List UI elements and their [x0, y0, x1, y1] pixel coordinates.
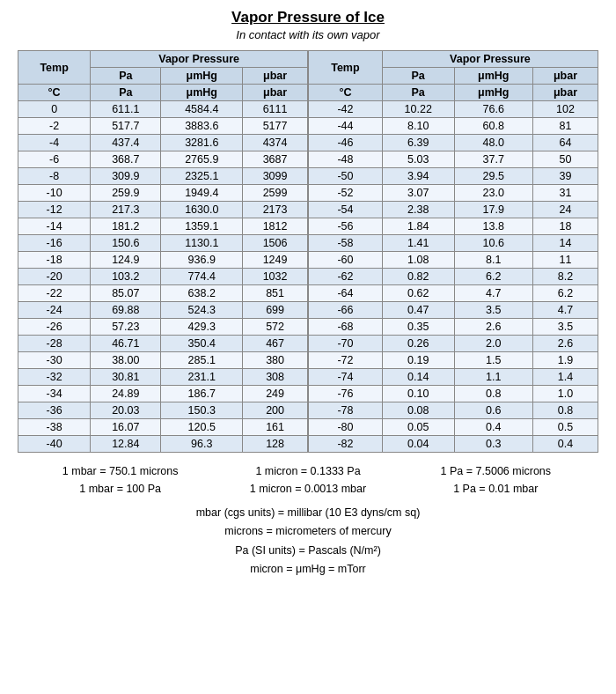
- table-cell: 1.0: [532, 386, 598, 402]
- table-cell: 0.3: [454, 436, 532, 453]
- right-table: Temp Vapor Pressure Pa μmHg μbar °C Pa μ…: [308, 50, 598, 453]
- table-cell: -12: [18, 202, 91, 218]
- table-cell: -4: [18, 135, 91, 151]
- table-cell: -42: [309, 101, 383, 118]
- table-cell: 128: [243, 436, 308, 453]
- table-row: -523.0723.031: [309, 185, 598, 202]
- right-vapor-pressure-header: Vapor Pressure: [382, 51, 598, 68]
- table-row: -2846.71350.4467: [18, 336, 308, 352]
- table-cell: 0.8: [454, 386, 532, 402]
- table-cell: 429.3: [161, 319, 243, 336]
- table-cell: 0.62: [382, 285, 454, 302]
- table-cell: 24.89: [91, 386, 161, 402]
- table-cell: 150.6: [91, 235, 161, 252]
- table-cell: 1949.4: [161, 185, 243, 202]
- table-cell: -22: [18, 285, 91, 302]
- table-row: -700.262.02.6: [309, 336, 598, 352]
- table-row: -466.3948.064: [309, 135, 598, 151]
- table-cell: 2.6: [532, 336, 598, 352]
- table-cell: -56: [309, 218, 383, 235]
- right-degc-header: °C: [309, 85, 383, 101]
- table-cell: -28: [18, 336, 91, 352]
- left-pa-header: Pa: [91, 68, 161, 85]
- left-ubar-unit: μbar: [243, 85, 308, 101]
- definition-item: mbar (cgs units) = millibar (10 E3 dyns/…: [18, 504, 598, 522]
- table-cell: 638.2: [161, 285, 243, 302]
- table-cell: 1.41: [382, 235, 454, 252]
- table-cell: 39: [532, 168, 598, 185]
- table-cell: 20.03: [91, 402, 161, 419]
- table-cell: 31: [532, 185, 598, 202]
- right-pa-unit: Pa: [382, 85, 454, 101]
- table-cell: 81: [532, 118, 598, 135]
- right-umhg-unit: μmHg: [454, 85, 532, 101]
- table-cell: 572: [243, 319, 308, 336]
- table-cell: 96.3: [161, 436, 243, 453]
- table-cell: 2599: [243, 185, 308, 202]
- table-cell: 23.0: [454, 185, 532, 202]
- table-cell: -60: [309, 252, 383, 269]
- table-cell: 285.1: [161, 352, 243, 369]
- table-cell: -14: [18, 218, 91, 235]
- table-row: -601.088.111: [309, 252, 598, 269]
- definitions: mbar (cgs units) = millibar (10 E3 dyns/…: [18, 504, 598, 579]
- table-row: -760.100.81.0: [309, 386, 598, 402]
- table-cell: 186.7: [161, 386, 243, 402]
- table-row: -4437.43281.64374: [18, 135, 308, 151]
- table-row: -16150.61130.11506: [18, 235, 308, 252]
- table-cell: -54: [309, 202, 383, 218]
- table-cell: 0.5: [532, 419, 598, 436]
- table-row: -740.141.11.4: [309, 369, 598, 386]
- table-cell: 380: [243, 352, 308, 369]
- left-pa-unit: Pa: [91, 85, 161, 101]
- table-cell: 1.08: [382, 252, 454, 269]
- table-row: -2469.88524.3699: [18, 302, 308, 319]
- table-row: -561.8413.818: [309, 218, 598, 235]
- table-row: 0611.14584.46111: [18, 101, 308, 118]
- table-cell: 249: [243, 386, 308, 402]
- table-cell: -52: [309, 185, 383, 202]
- table-cell: -2: [18, 118, 91, 135]
- table-row: -2285.07638.2851: [18, 285, 308, 302]
- table-cell: -30: [18, 352, 91, 369]
- left-vapor-pressure-header: Vapor Pressure: [91, 51, 308, 68]
- right-umhg-header: μmHg: [454, 68, 532, 85]
- left-temp-header: Temp: [18, 51, 91, 85]
- table-cell: -20: [18, 269, 91, 285]
- table-cell: -66: [309, 302, 383, 319]
- table-cell: 699: [243, 302, 308, 319]
- main-table-container: Temp Vapor Pressure Pa μmHg μbar °C Pa μ…: [18, 50, 598, 453]
- table-row: -3816.07120.5161: [18, 419, 308, 436]
- table-row: -581.4110.614: [309, 235, 598, 252]
- subtitle: In contact with its own vapor: [18, 28, 598, 41]
- table-cell: 46.71: [91, 336, 161, 352]
- table-cell: 2765.9: [161, 151, 243, 168]
- table-cell: 13.8: [454, 218, 532, 235]
- definition-item: microns = micrometers of mercury: [18, 522, 598, 541]
- table-cell: 0.08: [382, 402, 454, 419]
- table-cell: 6111: [243, 101, 308, 118]
- table-cell: 3.5: [454, 302, 532, 319]
- table-cell: 309.9: [91, 168, 161, 185]
- table-row: -8309.92325.13099: [18, 168, 308, 185]
- table-cell: 57.23: [91, 319, 161, 336]
- table-cell: 18: [532, 218, 598, 235]
- table-cell: 231.1: [161, 369, 243, 386]
- table-cell: -8: [18, 168, 91, 185]
- table-row: -4210.2276.6102: [309, 101, 598, 118]
- note-item: 1 micron = 0.1333 Pa: [214, 465, 401, 477]
- table-cell: 368.7: [91, 151, 161, 168]
- table-cell: -76: [309, 386, 383, 402]
- table-cell: 8.10: [382, 118, 454, 135]
- table-row: -680.352.63.5: [309, 319, 598, 336]
- table-cell: 1.84: [382, 218, 454, 235]
- table-cell: -70: [309, 336, 383, 352]
- table-cell: 1359.1: [161, 218, 243, 235]
- note-item: 1 mbar = 100 Pa: [26, 483, 214, 495]
- table-cell: 350.4: [161, 336, 243, 352]
- table-cell: 181.2: [91, 218, 161, 235]
- notes-row-1: 1 mbar = 750.1 microns1 micron = 0.1333 …: [18, 465, 598, 477]
- right-temp-header: Temp: [309, 51, 383, 85]
- table-cell: 1249: [243, 252, 308, 269]
- table-row: -660.473.54.7: [309, 302, 598, 319]
